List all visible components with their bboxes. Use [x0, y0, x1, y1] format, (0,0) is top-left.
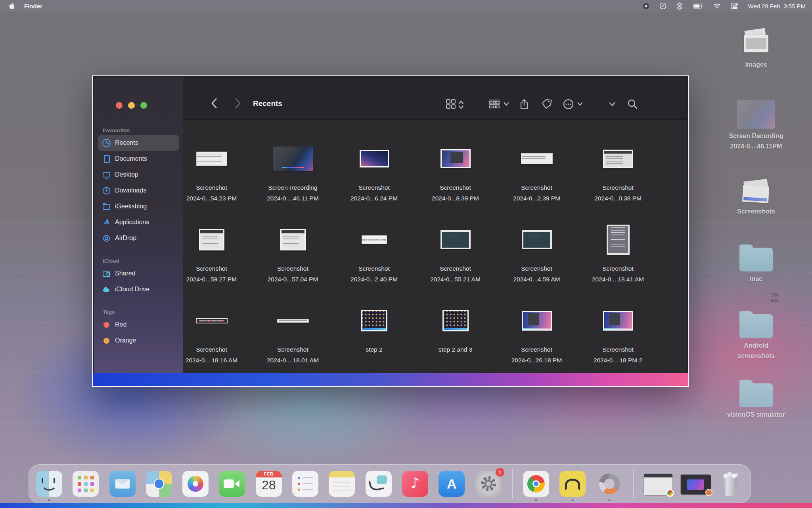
- dock-item-trash[interactable]: [717, 471, 743, 497]
- file-thumbnail: ipped screenshot on a Mac: [362, 235, 387, 244]
- group-by-chevron-icon[interactable]: [504, 102, 509, 106]
- desktop-item-visionos-simulator[interactable]: visionOS simulator: [724, 369, 788, 420]
- calendar-month: FEB: [256, 471, 282, 476]
- file-thumbnail: [522, 230, 552, 249]
- file-item[interactable]: Screenshot 2024-0...6.24 PM: [333, 135, 415, 216]
- sidebar-item-documents[interactable]: Documents: [98, 151, 179, 167]
- sidebar-item-orange[interactable]: Orange: [98, 333, 179, 348]
- stack-icon[interactable]: [676, 2, 683, 10]
- file-item[interactable]: Screenshot 2024-0....18.01 AM: [252, 297, 333, 373]
- dock-item-photos[interactable]: [182, 471, 209, 497]
- dock-item-freeform[interactable]: [366, 471, 392, 497]
- file-name-line1: Screenshot: [440, 182, 471, 193]
- screen-recording-icon[interactable]: [643, 3, 649, 10]
- file-item[interactable]: Screenshot 2024-0....18 PM 2: [577, 297, 659, 373]
- view-options-chevrons-icon[interactable]: [458, 100, 464, 109]
- file-item[interactable]: Screen Recording 2024-0....46.11 PM: [252, 135, 333, 216]
- sidebar-item-desktop[interactable]: Desktop: [98, 167, 179, 183]
- desktop-item-images[interactable]: Images: [724, 19, 788, 70]
- dock-item-calendar[interactable]: FEB 28: [256, 471, 282, 497]
- dock-item-system-settings[interactable]: 1: [475, 471, 502, 497]
- menu-item-finder[interactable]: Finder: [19, 3, 48, 10]
- dock-item-app-store[interactable]: [439, 471, 465, 497]
- file-name-line1: step 2: [366, 344, 382, 355]
- dock-item-chrome[interactable]: [523, 471, 549, 497]
- dock-item-maps[interactable]: [146, 471, 172, 497]
- tag-icon: [103, 338, 109, 344]
- sidebar-item-igeeksblog[interactable]: iGeeksblog: [98, 198, 179, 214]
- file-name-line2: 2024-0....46.11 PM: [267, 193, 319, 204]
- file-item[interactable]: Screenshot 2024-0...55.21 AM: [415, 216, 496, 297]
- file-item[interactable]: Screenshot 2024-0...8.39 PM: [415, 135, 496, 216]
- sidebar-item-airdrop[interactable]: AirDrop: [98, 230, 179, 246]
- sidebar-item-recents[interactable]: Recents: [98, 135, 179, 151]
- menu-bar-clock[interactable]: Wed 28 Feb 3:55 PM: [748, 3, 806, 10]
- grid-view-icon[interactable]: [446, 99, 456, 109]
- desktop-item-label: Screenshots: [724, 206, 788, 217]
- desktop-item-screenshots[interactable]: Screenshots: [724, 166, 788, 217]
- dock-item-minimized-dark-window[interactable]: [681, 471, 707, 497]
- wifi-icon[interactable]: [713, 3, 721, 9]
- back-button[interactable]: [211, 98, 217, 110]
- dock-icon: [146, 471, 172, 497]
- battery-icon[interactable]: [693, 4, 703, 9]
- sidebar-section: iCloud Shared iCloud Drive: [94, 258, 183, 297]
- dock-icon: [109, 471, 136, 497]
- file-item[interactable]: step 2: [333, 297, 415, 373]
- menu-bar-left: Finder: [6, 2, 109, 10]
- forward-button[interactable]: [235, 98, 241, 110]
- share-icon[interactable]: [519, 99, 529, 110]
- file-item[interactable]: Screenshot 2024-0...4.59 AM: [496, 216, 577, 297]
- desktop-item-mac[interactable]: mac: [724, 233, 788, 284]
- file-name-line2: 2024-0...2.39 PM: [513, 193, 560, 204]
- sidebar-item-downloads[interactable]: Downloads: [98, 183, 179, 198]
- dock-item-facetime[interactable]: [219, 471, 245, 497]
- more-options-icon[interactable]: [563, 99, 574, 110]
- dock-item-basecamp[interactable]: [559, 471, 586, 497]
- dock-separator: [512, 469, 513, 498]
- file-name-line1: Screenshot: [358, 182, 389, 193]
- dock-item-launchpad[interactable]: [73, 471, 99, 497]
- dock-separator: [633, 469, 634, 498]
- file-item[interactable]: step 2 and 3: [415, 297, 496, 373]
- sidebar-item-icloud-drive[interactable]: iCloud Drive: [98, 281, 179, 297]
- sidebar-item-applications[interactable]: Applications: [98, 214, 179, 230]
- dock-item-notes[interactable]: [329, 471, 355, 497]
- file-thumbnail: [196, 152, 227, 166]
- file-item[interactable]: Screenshot 2024-0....18.41 AM: [577, 216, 659, 297]
- desktop-item-label2: 2024-0....46.11PM: [724, 141, 788, 152]
- dock-item-music[interactable]: [402, 471, 428, 497]
- file-item[interactable]: Screenshot 2024-0...0.38 PM: [577, 135, 659, 216]
- close-button[interactable]: [116, 102, 123, 109]
- desktop-item-screen-recording[interactable]: Screen Recording 2024-0....46.11PM: [724, 90, 788, 152]
- file-item[interactable]: Screenshot 2024-0...57.04 PM: [252, 216, 333, 297]
- minimize-button[interactable]: [128, 102, 135, 109]
- apple-menu-icon[interactable]: [6, 2, 17, 10]
- dock-item-reminders[interactable]: [292, 471, 318, 497]
- search-icon[interactable]: [627, 99, 638, 110]
- control-center-icon[interactable]: [731, 3, 738, 10]
- dock-item-minimized-chrome-window[interactable]: [644, 471, 670, 497]
- dock-icon: [596, 471, 622, 497]
- file-name-line1: Screenshot: [196, 263, 227, 274]
- sidebar-item-label: Recents: [115, 139, 138, 146]
- collapse-toolbar-chevron-icon[interactable]: [609, 102, 615, 106]
- tags-icon[interactable]: [542, 99, 552, 109]
- finder-toolbar: Recents: [183, 77, 687, 120]
- sidebar-item-red[interactable]: Red: [98, 317, 179, 333]
- zoom-button[interactable]: [140, 102, 147, 109]
- dock-icon: [402, 471, 428, 497]
- sidebar-item-shared[interactable]: Shared: [98, 266, 179, 281]
- dock-item-finder[interactable]: [36, 471, 62, 497]
- desktop-item-android[interactable]: Android screenshots: [724, 300, 788, 361]
- file-item[interactable]: Screenshot 2024-0...2.39 PM: [496, 135, 577, 216]
- dock-item-ring-app[interactable]: [596, 471, 622, 497]
- gauge-icon[interactable]: [659, 2, 666, 10]
- file-name-line1: Screenshot: [358, 263, 389, 274]
- more-options-chevron-icon[interactable]: [577, 102, 583, 106]
- group-by-icon[interactable]: [488, 99, 500, 109]
- file-item[interactable]: ipped screenshot on a Mac Screenshot 202…: [333, 216, 415, 297]
- file-item[interactable]: Screenshot 2024-0...26.18 PM: [496, 297, 577, 373]
- dock-item-mail[interactable]: [109, 471, 136, 497]
- desktop-item-label: mac: [724, 274, 788, 284]
